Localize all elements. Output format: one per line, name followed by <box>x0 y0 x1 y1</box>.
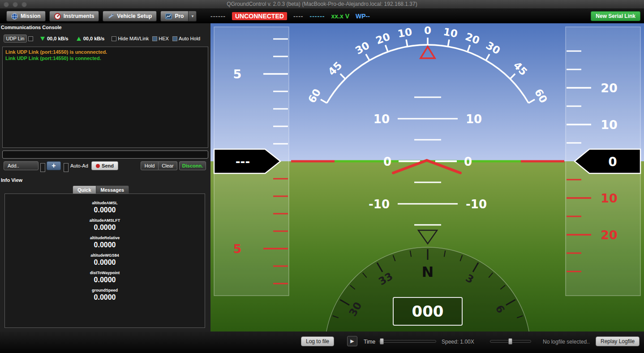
udp-link-button[interactable]: UDP Lin <box>4 34 27 43</box>
speed-slider[interactable] <box>490 340 531 343</box>
send-button-label: Send <box>102 163 114 168</box>
tab-mission[interactable]: Mission <box>6 11 46 22</box>
altitude-tape: 20 10 10 20 0 <box>566 27 640 296</box>
quick-info-list[interactable]: altitudeAMSL 0.0000 altitudeAMSLFT 0.000… <box>4 194 205 328</box>
altitude-pointer <box>575 149 640 173</box>
uplink-rate: 00,0 kB/s <box>83 36 105 41</box>
tab-messages[interactable]: Messages <box>96 185 129 194</box>
log-to-file-button[interactable]: Log to file <box>301 336 334 346</box>
altitude-label-10: 10 <box>601 118 618 132</box>
send-button[interactable]: Send <box>91 161 118 170</box>
log-line: Link UDP Link (port:14550) is unconnecte… <box>5 49 205 55</box>
info-item-value: 0.0000 <box>5 276 205 284</box>
log-replay-bar: Log to file ▶ Time Speed: 1.00X No logfi… <box>0 331 644 353</box>
altitude-label-m20: 20 <box>601 228 618 242</box>
svg-text:10: 10 <box>442 26 459 39</box>
log-line: Link UDP Link (port:14550) is connected. <box>5 55 205 61</box>
comm-console-log[interactable]: Link UDP Link (port:14550) is unconnecte… <box>2 47 208 148</box>
info-item-value: 0.0000 <box>5 206 205 214</box>
connection-status-badge: UNCONNECTED <box>232 12 287 20</box>
command-input[interactable] <box>2 151 208 159</box>
titlebar: QGroundControl v. 2.0.3 (beta) (MacBook-… <box>0 0 644 9</box>
upload-arrow-icon <box>77 37 81 41</box>
comm-console-controls: UDP Lin 00,0 kB/s 00,0 kB/s Hide MAVLink… <box>4 34 209 43</box>
airspeed-label-top: 5 <box>233 67 242 81</box>
speed-slider-handle[interactable] <box>508 338 512 344</box>
tab-instruments-label: Instruments <box>64 13 94 19</box>
info-item-label: altitudeAMSLFT <box>5 218 205 223</box>
replay-logfile-button[interactable]: Replay Logfile <box>596 336 640 346</box>
svg-text:0: 0 <box>464 155 472 168</box>
time-slider-handle[interactable] <box>380 338 384 344</box>
heading-readout: 000 <box>412 302 444 320</box>
main-toolbar: Mission Instruments Vehicle Setup Pro ▼ <box>0 9 644 23</box>
tab-quick[interactable]: Quick <box>73 185 96 194</box>
speed-label: Speed: 1.00X <box>442 339 474 345</box>
info-item-label: altitudeAMSL <box>5 201 205 205</box>
play-button[interactable]: ▶ <box>347 336 357 346</box>
tab-vehicle-setup[interactable]: Vehicle Setup <box>103 11 157 22</box>
tab-pro-dropdown[interactable]: ▼ <box>189 11 197 22</box>
download-arrow-icon <box>40 37 45 41</box>
new-serial-link-button[interactable]: New Serial Link <box>591 11 640 21</box>
auto-hold-checkbox[interactable] <box>172 36 177 41</box>
tab-mission-label: Mission <box>21 13 41 19</box>
tab-vehicle-setup-label: Vehicle Setup <box>117 13 152 19</box>
comm-console-title: Communications Console <box>1 25 62 30</box>
vehicle-status-strip: ------ UNCONNECTED ---- ------ xx.x V WP… <box>210 9 370 23</box>
time-slider[interactable] <box>379 340 436 343</box>
status-state: ---- <box>293 13 304 20</box>
svg-text:-10: -10 <box>369 198 390 211</box>
tab-instruments[interactable]: Instruments <box>49 11 99 22</box>
hide-mavlink-checkbox[interactable] <box>112 36 116 41</box>
close-window-button[interactable] <box>4 2 9 7</box>
info-item-value: 0.0000 <box>5 293 205 301</box>
svg-text:-10: -10 <box>466 198 487 211</box>
status-nav: ------ <box>310 13 325 20</box>
perspective-tabs: Mission Instruments Vehicle Setup Pro ▼ <box>6 11 197 22</box>
tab-pro-label: Pro <box>175 13 184 19</box>
add-button[interactable]: Add.. <box>4 161 39 170</box>
info-item-value: 0.0000 <box>5 241 205 249</box>
info-item-label: altitudeRelative <box>5 236 205 240</box>
tab-pro-group: Pro ▼ <box>160 11 197 22</box>
add-checkbox[interactable] <box>40 163 45 172</box>
send-icon <box>96 164 100 168</box>
info-item-value: 0.0000 <box>5 224 205 232</box>
hide-mavlink-label: Hide MAVLink <box>118 36 149 41</box>
airspeed-tape: 5 5 --- <box>214 27 289 296</box>
downlink-rate: 00,0 kB/s <box>47 36 69 41</box>
svg-text:0: 0 <box>424 25 431 36</box>
info-item-value: 0.0000 <box>5 258 205 267</box>
hold-button[interactable]: Hold <box>141 161 159 170</box>
comm-console-buttons: Add.. + Auto-Ad Send Hold Clear Disconn. <box>0 161 210 171</box>
hex-checkbox[interactable] <box>152 36 157 41</box>
airspeed-label-bottom: 5 <box>233 242 242 256</box>
tab-pro[interactable]: Pro <box>160 11 189 22</box>
airspeed-readout: --- <box>236 155 250 168</box>
primary-flight-display: N 33 30 3 6 000 10 10 0 0 -10 -10 <box>210 23 644 331</box>
auto-add-checkbox[interactable] <box>64 163 69 172</box>
wrench-icon <box>107 13 114 20</box>
chevron-down-icon: ▼ <box>191 14 194 18</box>
chart-icon <box>165 13 172 20</box>
svg-text:10: 10 <box>397 26 413 39</box>
disconnect-button[interactable]: Disconn. <box>179 161 206 170</box>
time-label: Time <box>364 339 375 345</box>
udp-link-checkbox[interactable] <box>28 36 33 41</box>
zoom-window-button[interactable] <box>21 2 27 7</box>
compass-label-n: N <box>422 263 434 280</box>
minimize-window-button[interactable] <box>13 2 18 7</box>
plus-button[interactable]: + <box>47 161 61 170</box>
auto-hold-label: Auto Hold <box>179 36 200 41</box>
info-view-tabs: Quick Messages <box>73 185 129 194</box>
window-title: QGroundControl v. 2.0.3 (beta) (MacBook-… <box>0 0 644 9</box>
globe-icon <box>11 13 18 20</box>
altitude-label-20: 20 <box>601 81 618 95</box>
svg-text:0: 0 <box>383 155 391 168</box>
info-item-label: altitudeWGS84 <box>5 253 205 258</box>
altitude-label-m10: 10 <box>601 191 618 205</box>
clear-button[interactable]: Clear <box>159 161 177 170</box>
hex-label: HEX <box>159 36 169 41</box>
gauge-icon <box>54 13 61 20</box>
